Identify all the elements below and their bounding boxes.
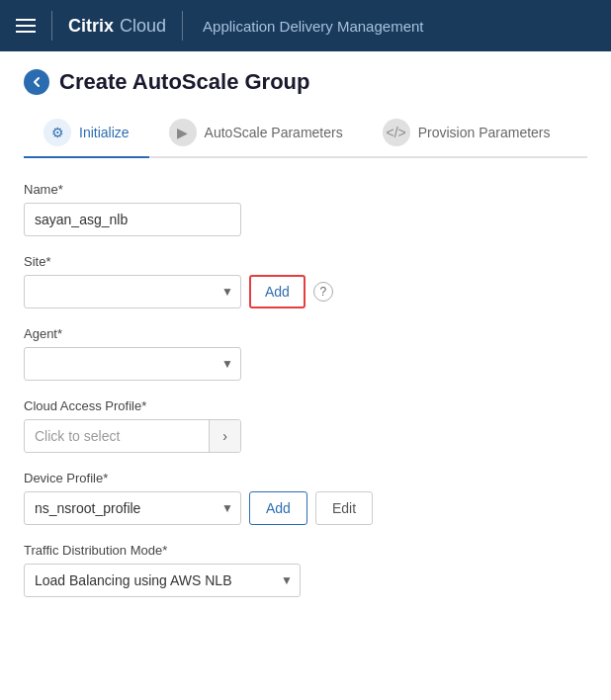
cloud-access-profile-arrow-icon[interactable]: › — [209, 420, 240, 452]
tab-initialize-icon: ⚙ — [44, 119, 71, 146]
device-profile-label: Device Profile* — [24, 471, 587, 485]
device-profile-row: ns_nsroot_profile ▼ Add Edit — [24, 491, 587, 525]
page-title: Create AutoScale Group — [59, 69, 309, 95]
cloud-access-profile-label: Cloud Access Profile* — [24, 398, 587, 413]
site-help-icon[interactable]: ? — [313, 282, 333, 302]
traffic-distribution-group: Traffic Distribution Mode* Load Balancin… — [24, 543, 587, 597]
name-input[interactable] — [24, 203, 241, 236]
agent-group: Agent* ▼ — [24, 326, 587, 381]
tab-provision-label: Provision Parameters — [418, 125, 551, 140]
tab-autoscale-parameters[interactable]: ▶ AutoScale Parameters — [149, 109, 363, 158]
page-content: Create AutoScale Group ⚙ Initialize ▶ Au… — [0, 51, 611, 700]
cloud-access-profile-input[interactable]: Click to select › — [24, 419, 241, 453]
menu-icon[interactable] — [16, 19, 36, 33]
brand-citrix-label: Citrix — [68, 16, 114, 37]
add-site-button[interactable]: Add — [249, 275, 306, 308]
site-group: Site* ▼ Add ? — [24, 254, 587, 308]
tab-initialize[interactable]: ⚙ Initialize — [24, 109, 149, 158]
site-select-wrapper: ▼ — [24, 275, 241, 308]
device-profile-select-wrapper: ns_nsroot_profile ▼ — [24, 491, 241, 525]
agent-select[interactable] — [24, 347, 241, 381]
tab-initialize-label: Initialize — [79, 125, 130, 140]
site-row: ▼ Add ? — [24, 275, 587, 308]
back-button[interactable] — [24, 69, 49, 95]
device-profile-group: Device Profile* ns_nsroot_profile ▼ Add … — [24, 471, 587, 525]
tab-provision-parameters[interactable]: </> Provision Parameters — [363, 109, 570, 158]
device-profile-select[interactable]: ns_nsroot_profile — [24, 491, 241, 525]
traffic-distribution-label: Traffic Distribution Mode* — [24, 543, 587, 558]
traffic-distribution-select-wrapper: Load Balancing using AWS NLB ▼ — [24, 564, 301, 597]
site-label: Site* — [24, 254, 587, 269]
tabs: ⚙ Initialize ▶ AutoScale Parameters </> … — [24, 109, 587, 158]
agent-select-wrapper: ▼ — [24, 347, 241, 381]
app-title: Application Delivery Management — [203, 18, 423, 35]
page-title-row: Create AutoScale Group — [24, 51, 587, 109]
header-divider — [51, 11, 52, 41]
tab-autoscale-label: AutoScale Parameters — [205, 125, 343, 140]
header-divider-2 — [182, 11, 183, 41]
edit-device-profile-button[interactable]: Edit — [315, 491, 373, 525]
form: Name* Site* ▼ Add ? Agent* — [24, 182, 587, 597]
add-device-profile-button[interactable]: Add — [249, 491, 307, 525]
name-group: Name* — [24, 182, 587, 236]
traffic-distribution-select[interactable]: Load Balancing using AWS NLB — [24, 564, 301, 597]
brand: Citrix Cloud — [68, 16, 166, 37]
brand-cloud-label: Cloud — [120, 16, 166, 37]
app-header: Citrix Cloud Application Delivery Manage… — [0, 0, 611, 51]
tab-provision-icon: </> — [383, 119, 410, 146]
name-label: Name* — [24, 182, 587, 197]
site-select[interactable] — [24, 275, 241, 308]
cloud-access-profile-placeholder: Click to select — [25, 428, 209, 444]
agent-label: Agent* — [24, 326, 587, 341]
tab-autoscale-icon: ▶ — [169, 119, 197, 146]
cloud-access-profile-group: Cloud Access Profile* Click to select › — [24, 398, 587, 453]
